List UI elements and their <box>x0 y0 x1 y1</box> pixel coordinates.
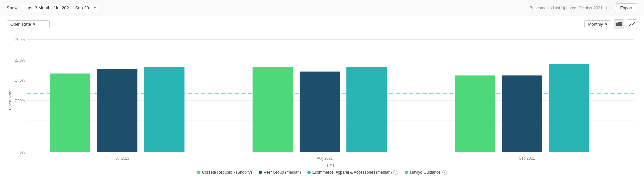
metric-chevron-icon: ▾ <box>33 22 35 27</box>
frequency-dropdown[interactable]: Monthly ▾ <box>584 20 611 28</box>
bar-jul-corseta <box>50 74 90 152</box>
bar-chart-button[interactable] <box>614 19 624 29</box>
svg-text:0%: 0% <box>20 150 25 155</box>
legend-dot-klaviyo <box>405 171 408 174</box>
svg-text:Jul 2021: Jul 2021 <box>115 156 129 161</box>
right-chart-controls: Monthly ▾ <box>584 19 637 29</box>
bar-chart-svg: Open Rate 28.0% 21.0% 14.0 <box>7 32 637 167</box>
legend-item-ecom: Ecommerce, Apparel & Accessories (median… <box>307 170 398 175</box>
legend-item-corseta: Corseta Republic - (Shopify) <box>197 170 252 175</box>
bar-sep-corseta <box>455 75 495 152</box>
chart-controls: Open Rate ▾ Monthly ▾ <box>7 19 637 29</box>
legend-label-corseta: Corseta Republic - (Shopify) <box>202 170 252 175</box>
legend-label-ecom: Ecommerce, Apparel & Accessories (median… <box>312 170 392 175</box>
show-label: Show: <box>7 5 18 10</box>
chevron-down-icon: ▾ <box>94 6 96 10</box>
bar-aug-ecom <box>346 67 387 152</box>
line-chart-button[interactable] <box>627 19 637 29</box>
metric-label: Open Rate <box>10 22 31 27</box>
chart-svg-container: Open Rate 28.0% 21.0% 14.0 <box>7 32 637 167</box>
svg-rect-1 <box>618 22 620 26</box>
export-button[interactable]: Export <box>615 3 637 12</box>
bar-sep-peer <box>502 75 542 152</box>
svg-text:14.0%: 14.0% <box>15 78 25 83</box>
bar-jul-ecom <box>144 67 185 152</box>
top-bar: Show: Last 3 Months (Jul 2021 - Sep 20..… <box>0 0 644 16</box>
legend-dot-ecom <box>307 171 311 174</box>
svg-text:Time: Time <box>326 163 335 167</box>
svg-text:Open Rate: Open Rate <box>8 89 12 110</box>
chart-area: Open Rate ▾ Monthly ▾ <box>0 16 644 178</box>
bar-aug-peer <box>300 72 340 152</box>
benchmark-text: Benchmarks Last Updated: October 2021 <box>530 6 603 10</box>
frequency-label: Monthly <box>588 22 603 27</box>
legend-item-peer: Peer Group (median) <box>259 170 301 175</box>
chart-wrapper: Open Rate 28.0% 21.0% 14.0 <box>7 32 637 178</box>
svg-rect-2 <box>620 22 622 26</box>
ecom-info-icon[interactable]: i <box>393 170 398 175</box>
bar-chart-icon <box>616 22 622 26</box>
line-chart-icon <box>629 22 635 26</box>
svg-rect-0 <box>616 23 618 26</box>
klaviyo-info-icon[interactable]: i <box>442 170 447 175</box>
page-container: Show: Last 3 Months (Jul 2021 - Sep 20..… <box>0 0 644 178</box>
bar-aug-corseta <box>253 67 293 152</box>
date-range-dropdown[interactable]: Last 3 Months (Jul 2021 - Sep 20... ▾ <box>22 4 99 12</box>
legend-label-peer: Peer Group (median) <box>264 170 301 175</box>
legend-label-klaviyo: Klaviyo Guidance <box>410 170 440 175</box>
legend-dot-peer <box>259 171 262 174</box>
show-section: Show: Last 3 Months (Jul 2021 - Sep 20..… <box>7 4 99 12</box>
bar-sep-ecom <box>549 64 589 152</box>
svg-text:Sep 2021: Sep 2021 <box>519 156 535 161</box>
legend-item-klaviyo: Klaviyo Guidance i <box>405 170 447 175</box>
bar-jul-peer <box>97 69 137 152</box>
svg-text:28.0%: 28.0% <box>15 37 25 42</box>
metric-dropdown[interactable]: Open Rate ▾ <box>7 20 50 28</box>
svg-text:7.00%: 7.00% <box>15 98 25 103</box>
top-right-section: Benchmarks Last Updated: October 2021 i … <box>530 3 637 12</box>
svg-text:Aug 2021: Aug 2021 <box>317 156 333 161</box>
benchmark-info-icon[interactable]: i <box>606 6 611 10</box>
svg-text:21.0%: 21.0% <box>15 58 25 63</box>
date-range-value: Last 3 Months (Jul 2021 - Sep 20... <box>25 5 92 10</box>
legend-dot-corseta <box>197 171 200 174</box>
chart-legend: Corseta Republic - (Shopify) Peer Group … <box>7 167 637 178</box>
frequency-chevron-icon: ▾ <box>605 22 607 27</box>
